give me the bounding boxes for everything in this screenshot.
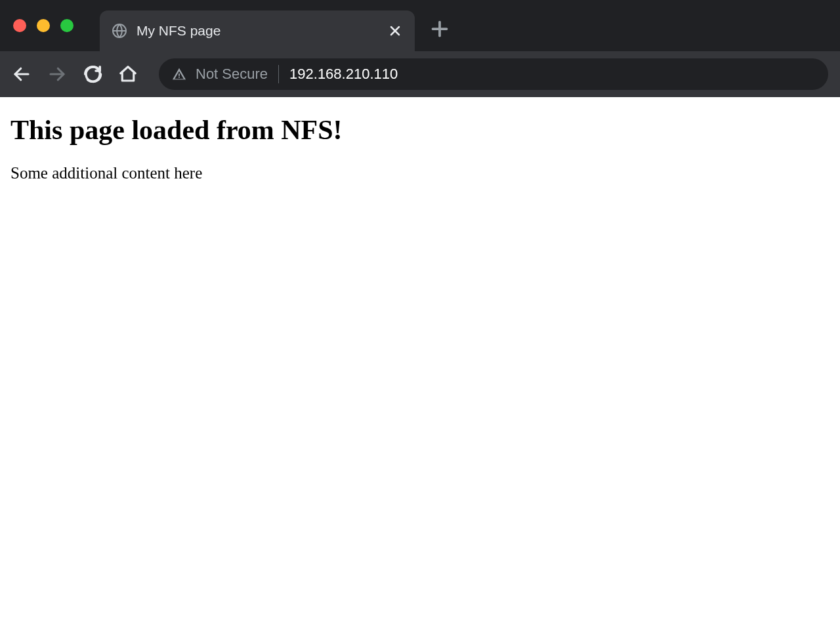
security-status: Not Secure <box>196 66 268 83</box>
close-tab-button[interactable] <box>387 23 403 39</box>
browser-chrome: My NFS page <box>0 0 840 97</box>
tab-title: My NFS page <box>136 23 378 39</box>
forward-button[interactable] <box>47 64 67 84</box>
page-heading: This page loaded from NFS! <box>10 114 830 146</box>
new-tab-button[interactable] <box>428 17 452 41</box>
window-maximize-button[interactable] <box>60 19 74 32</box>
page-content: This page loaded from NFS! Some addition… <box>0 97 840 193</box>
reload-button[interactable] <box>83 64 102 84</box>
home-button[interactable] <box>118 64 138 84</box>
toolbar: Not Secure 192.168.210.110 <box>0 51 840 97</box>
browser-tab[interactable]: My NFS page <box>100 10 415 51</box>
page-paragraph: Some additional content here <box>10 164 830 182</box>
back-button[interactable] <box>12 64 32 84</box>
window-close-button[interactable] <box>13 19 26 32</box>
address-bar[interactable]: Not Secure 192.168.210.110 <box>159 58 828 90</box>
warning-icon <box>172 67 186 81</box>
window-controls <box>13 19 74 32</box>
url-text: 192.168.210.110 <box>289 66 398 83</box>
tab-bar: My NFS page <box>0 0 840 51</box>
globe-icon <box>112 23 127 39</box>
window-minimize-button[interactable] <box>37 19 50 32</box>
divider <box>278 65 279 83</box>
